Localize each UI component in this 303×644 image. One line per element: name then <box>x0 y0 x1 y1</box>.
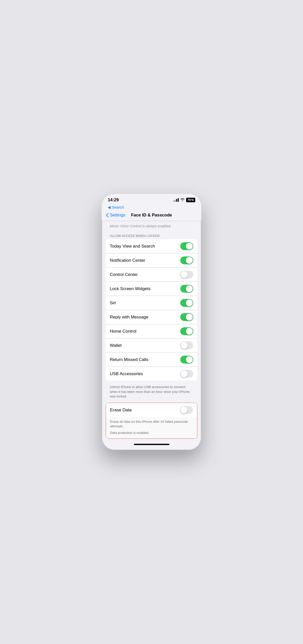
status-bar: 14:29 79 % <box>102 194 201 204</box>
usb-accessories-toggle[interactable] <box>180 370 193 378</box>
table-row: Siri <box>106 296 197 310</box>
row-label-home-control: Home Control <box>110 329 136 334</box>
reply-with-message-toggle[interactable] <box>180 313 193 321</box>
row-label-lock-screen-widgets: Lock Screen Widgets <box>110 286 151 291</box>
search-back-bar[interactable]: ◀ Search <box>102 204 201 211</box>
search-back-label: ◀ <box>108 205 112 209</box>
phone-frame: 14:29 79 % ◀ Search <box>102 194 201 450</box>
row-label-notification-center: Notification Center <box>110 258 145 263</box>
table-row: Notification Center <box>106 253 197 268</box>
row-label-reply-with-message: Reply with Message <box>110 315 148 320</box>
table-row: Home Control <box>106 324 197 338</box>
locked-access-group: Today View and Search Notification Cente… <box>106 239 197 381</box>
toggle-knob <box>186 328 193 335</box>
table-row: Today View and Search <box>106 239 197 253</box>
toggle-knob <box>186 314 193 320</box>
home-indicator <box>102 441 201 450</box>
today-view-toggle[interactable] <box>180 242 193 250</box>
nav-header: Settings Face ID & Passcode <box>102 211 201 221</box>
table-row: Control Center <box>106 268 197 282</box>
wallet-toggle[interactable] <box>180 341 193 349</box>
return-missed-calls-toggle[interactable] <box>180 356 193 364</box>
erase-data-note: Erase all data on this iPhone after 10 f… <box>106 417 197 438</box>
back-button[interactable]: Settings <box>106 213 125 218</box>
battery-level: 79 <box>187 198 191 202</box>
table-row: Lock Screen Widgets <box>106 282 197 296</box>
row-label-siri: Siri <box>110 300 116 306</box>
toggle-knob <box>186 243 193 250</box>
signal-bars-icon <box>173 198 179 202</box>
erase-data-group: Erase Data <box>106 403 197 417</box>
lock-screen-widgets-toggle[interactable] <box>180 285 193 293</box>
table-row: Return Missed Calls <box>106 353 197 367</box>
home-control-toggle[interactable] <box>180 327 193 335</box>
home-bar <box>134 444 169 445</box>
siri-toggle[interactable] <box>180 299 193 307</box>
notification-center-toggle[interactable] <box>180 256 193 264</box>
row-label-wallet: Wallet <box>110 343 122 348</box>
toggle-knob <box>181 407 187 413</box>
back-label: Settings <box>110 213 125 218</box>
row-label-control-center: Control Center <box>110 272 138 277</box>
chevron-left-icon <box>106 213 109 217</box>
row-label-usb-accessories: USB Accessories <box>110 371 143 376</box>
page-title: Face ID & Passcode <box>131 213 172 218</box>
toggle-knob <box>186 356 193 363</box>
toggle-knob <box>181 342 188 349</box>
status-time: 14:29 <box>108 197 119 203</box>
control-center-toggle[interactable] <box>180 271 193 278</box>
row-label-today-view: Today View and Search <box>110 244 155 249</box>
toggle-knob <box>181 370 188 377</box>
toggle-knob <box>186 257 193 264</box>
status-icons: 79 % <box>173 198 195 202</box>
toggle-knob <box>186 285 193 292</box>
erase-data-section: Erase Data Erase all data on this iPhone… <box>106 403 197 439</box>
row-label-erase-data: Erase Data <box>110 408 132 413</box>
table-row: USB Accessories <box>106 367 197 381</box>
toggle-knob <box>181 271 188 278</box>
wifi-icon <box>180 198 185 202</box>
row-label-return-missed-calls: Return Missed Calls <box>110 357 148 362</box>
content-area: Music Voice Control is always enabled. A… <box>102 221 201 440</box>
partial-text: Music Voice Control is always enabled. <box>106 221 197 230</box>
section-header: ALLOW ACCESS WHEN LOCKED: <box>106 230 197 239</box>
erase-note-line2: Data protection is enabled. <box>110 431 193 435</box>
toggle-knob <box>186 299 193 306</box>
search-label: Search <box>112 205 124 209</box>
usb-footer-note: Unlock iPhone to allow USB accessories t… <box>106 383 197 403</box>
table-row: Reply with Message <box>106 310 197 324</box>
erase-note-line1: Erase all data on this iPhone after 10 f… <box>110 419 193 429</box>
erase-data-toggle[interactable] <box>180 406 193 414</box>
battery-icon: 79 % <box>186 198 195 202</box>
table-row: Wallet <box>106 338 197 353</box>
erase-data-row: Erase Data <box>106 403 197 417</box>
